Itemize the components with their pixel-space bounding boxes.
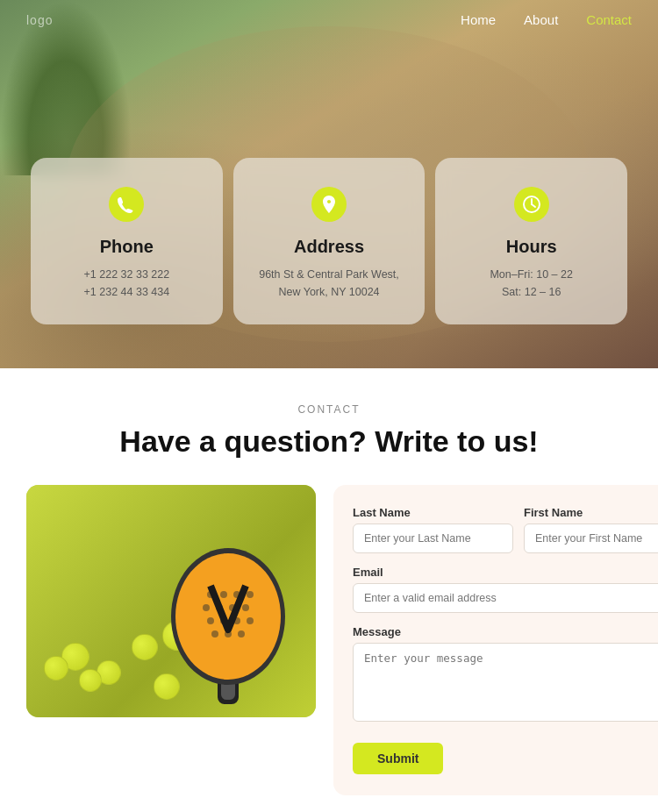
message-group: Message — [353, 625, 658, 722]
svg-point-12 — [220, 591, 227, 598]
hours-card: Hours Mon–Fri: 10 – 22 Sat: 12 – 16 — [435, 158, 627, 324]
tennis-ball-4 — [79, 669, 102, 692]
svg-point-15 — [203, 604, 210, 611]
phone-icon — [104, 182, 148, 226]
svg-point-14 — [247, 591, 254, 598]
contact-section: CONTACT Have a question? Write to us! — [0, 368, 658, 812]
first-name-input[interactable] — [524, 524, 658, 553]
contact-image-bg — [26, 485, 316, 717]
svg-point-19 — [207, 617, 214, 624]
submit-button[interactable]: Submit — [353, 743, 443, 774]
message-input[interactable] — [353, 643, 658, 722]
hours-title: Hours — [506, 237, 557, 257]
location-icon — [307, 182, 351, 226]
hours-line1: Mon–Fri: 10 – 22 — [490, 266, 573, 283]
message-label: Message — [353, 625, 658, 638]
phone-line2: +1 232 44 33 434 — [84, 283, 170, 301]
message-row: Message — [353, 625, 658, 722]
contact-heading: Have a question? Write to us! — [26, 424, 632, 459]
phone-title: Phone — [100, 237, 154, 257]
address-title: Address — [294, 237, 364, 257]
phone-card: Phone +1 222 32 33 222 +1 232 44 33 434 — [31, 158, 223, 324]
padel-racket — [149, 516, 307, 709]
contact-body: Last Name First Name Email Message — [26, 485, 632, 795]
svg-point-23 — [211, 630, 218, 637]
nav-about[interactable]: About — [524, 12, 558, 27]
address-card: Address 96th St & Central Park West, New… — [233, 158, 426, 324]
email-label: Email — [353, 566, 658, 579]
contact-form: Last Name First Name Email Message — [333, 485, 658, 795]
email-row: Email — [353, 566, 658, 613]
contact-label: CONTACT — [26, 403, 632, 416]
svg-point-1 — [109, 187, 144, 222]
phone-line1: +1 222 32 33 222 — [84, 266, 170, 283]
navigation: logo Home About Contact — [0, 0, 658, 40]
svg-point-25 — [238, 630, 245, 637]
hero-section: Phone +1 222 32 33 222 +1 232 44 33 434 … — [0, 0, 658, 368]
email-group: Email — [353, 566, 658, 613]
contact-image — [26, 485, 316, 717]
logo: logo — [26, 13, 53, 27]
first-name-label: First Name — [524, 506, 658, 519]
address-line1: 96th St & Central Park West, — [259, 266, 399, 283]
svg-point-22 — [247, 617, 254, 624]
first-name-group: First Name — [524, 506, 658, 553]
hours-line2: Sat: 12 – 16 — [502, 283, 561, 301]
last-name-group: Last Name — [353, 506, 513, 553]
address-line2: New York, NY 10024 — [278, 283, 379, 301]
svg-point-10 — [175, 553, 281, 680]
email-input[interactable] — [353, 583, 658, 613]
tennis-ball-6 — [44, 656, 68, 680]
last-name-label: Last Name — [353, 506, 513, 519]
name-row: Last Name First Name — [353, 506, 658, 553]
svg-point-18 — [242, 604, 249, 611]
nav-contact[interactable]: Contact — [586, 12, 632, 27]
info-cards: Phone +1 222 32 33 222 +1 232 44 33 434 … — [31, 158, 627, 324]
last-name-input[interactable] — [353, 524, 513, 553]
clock-icon — [510, 182, 554, 226]
nav-home[interactable]: Home — [461, 12, 496, 27]
